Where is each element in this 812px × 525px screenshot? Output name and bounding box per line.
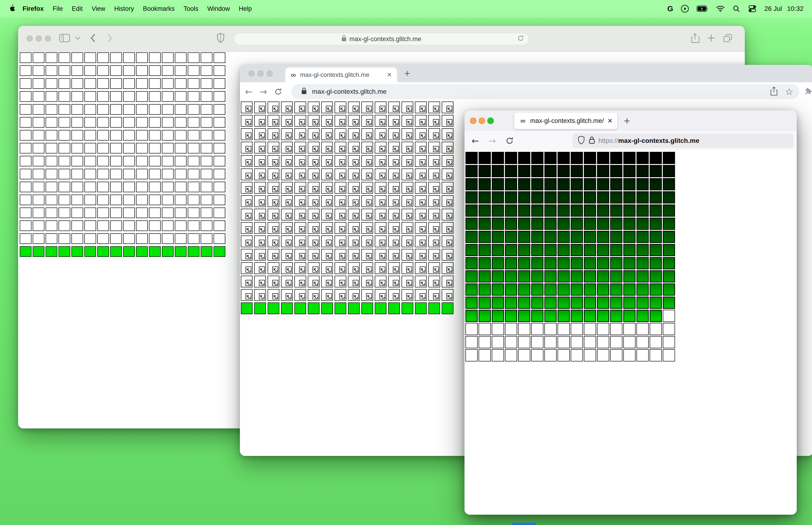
menu-item-help[interactable]: Help <box>234 5 256 13</box>
canvas-cell <box>571 178 583 190</box>
canvas-cell <box>518 217 530 230</box>
menu-app-name[interactable]: Firefox <box>16 5 48 13</box>
canvas-cell <box>123 221 135 231</box>
battery-icon[interactable] <box>696 5 708 12</box>
broken-canvas-icon: × <box>406 106 412 112</box>
safari-traffic-lights[interactable] <box>27 35 51 42</box>
close-window-button[interactable] <box>470 118 476 124</box>
broken-canvas-icon: × <box>353 199 358 206</box>
canvas-cell <box>663 257 675 269</box>
broken-canvas-icon: × <box>380 267 385 273</box>
new-tab-button[interactable]: + <box>624 115 630 127</box>
broken-arc-glyph <box>449 190 451 191</box>
canvas-cell <box>85 234 96 244</box>
control-center-icon[interactable] <box>748 5 757 13</box>
canvas-cell <box>545 283 556 296</box>
canvas-cell <box>637 152 649 164</box>
broken-canvas-icon: × <box>339 226 345 232</box>
canvas-cell <box>136 143 148 153</box>
reload-icon[interactable] <box>517 35 524 44</box>
new-tab-button[interactable]: + <box>404 68 410 79</box>
canvas-cell: × <box>442 115 454 127</box>
minimize-window-button[interactable] <box>36 35 42 42</box>
broken-canvas-icon: × <box>419 186 426 192</box>
chevron-down-icon[interactable] <box>75 36 80 41</box>
broken-canvas-icon: × <box>433 199 439 206</box>
close-window-button[interactable] <box>248 71 255 77</box>
canvas-cell <box>72 104 83 115</box>
wifi-icon[interactable] <box>716 5 725 12</box>
canvas-cell <box>20 221 31 231</box>
close-tab-icon[interactable]: ✕ <box>387 71 392 78</box>
canvas-cell: × <box>348 262 360 274</box>
canvas-cell: × <box>254 115 266 127</box>
menu-item-file[interactable]: File <box>48 5 67 13</box>
menu-item-edit[interactable]: Edit <box>67 5 88 13</box>
broken-arc-glyph <box>328 270 331 272</box>
canvas-cell <box>20 156 31 166</box>
back-button[interactable] <box>90 33 96 44</box>
chrome-traffic-lights[interactable] <box>248 71 273 77</box>
spotlight-search-icon[interactable] <box>732 5 740 13</box>
zoom-window-button[interactable] <box>487 118 494 124</box>
back-button[interactable]: ← <box>245 87 252 97</box>
minimize-window-button[interactable] <box>258 71 264 77</box>
canvas-cell: × <box>241 182 252 194</box>
canvas-cell: × <box>388 249 400 260</box>
lock-icon[interactable] <box>588 136 595 146</box>
menu-item-bookmarks[interactable]: Bookmarks <box>138 5 179 13</box>
canvas-cell: × <box>267 168 279 180</box>
new-tab-plus-icon[interactable] <box>707 34 716 43</box>
reload-icon[interactable] <box>505 137 514 146</box>
canvas-cell <box>85 221 96 231</box>
menu-item-window[interactable]: Window <box>203 5 234 13</box>
forward-button[interactable]: → <box>260 87 267 97</box>
canvas-cell: × <box>294 276 306 287</box>
canvas-cell <box>97 208 109 218</box>
canvas-cell <box>584 323 596 335</box>
chrome-url-field[interactable]: max-gl-contexts.glitch.me <box>291 84 799 99</box>
canvas-cell <box>214 143 225 153</box>
forward-button[interactable]: → <box>489 136 496 146</box>
share-icon[interactable] <box>770 87 778 97</box>
canvas-cell: × <box>254 249 266 260</box>
apple-menu-icon[interactable] <box>9 4 16 14</box>
menu-item-history[interactable]: History <box>110 5 138 13</box>
zoom-window-button[interactable] <box>267 71 273 77</box>
minimize-window-button[interactable] <box>479 118 485 124</box>
chrome-active-tab[interactable]: ∞ max-gl-contexts.glitch.me ✕ <box>285 68 397 82</box>
extensions-puzzle-icon[interactable] <box>804 87 812 96</box>
canvas-cell <box>571 244 583 256</box>
google-status-icon[interactable]: G <box>667 4 673 13</box>
firefox-url-field[interactable]: https://max-gl-contexts.glitch.me <box>572 134 794 148</box>
canvas-cell: × <box>375 289 386 301</box>
privacy-shield-icon[interactable] <box>217 33 225 44</box>
menu-item-view[interactable]: View <box>87 5 110 13</box>
broken-arc-glyph <box>275 243 277 245</box>
safari-url-field[interactable]: max-gl-contexts.glitch.me <box>234 33 528 45</box>
canvas-cell: × <box>428 182 440 194</box>
firefox-traffic-lights[interactable] <box>470 118 494 124</box>
zoom-window-button[interactable] <box>45 35 51 42</box>
tracking-protection-shield-icon[interactable] <box>578 136 585 146</box>
broken-canvas-icon: × <box>433 240 439 246</box>
close-tab-icon[interactable]: ✕ <box>607 117 613 124</box>
broken-arc-glyph <box>449 270 451 272</box>
back-button[interactable]: ← <box>472 136 479 146</box>
play-status-icon[interactable] <box>681 4 689 13</box>
close-window-button[interactable] <box>27 35 33 42</box>
reload-icon[interactable] <box>274 88 282 96</box>
forward-button[interactable] <box>107 33 113 44</box>
canvas-cell <box>650 323 662 335</box>
share-icon[interactable] <box>691 33 700 44</box>
broken-canvas-icon: × <box>326 293 332 299</box>
firefox-active-tab[interactable]: ∞ max-gl-contexts.glitch.me/ ✕ <box>514 112 617 129</box>
bookmark-star-icon[interactable]: ☆ <box>785 86 794 97</box>
canvas-cell <box>110 52 122 63</box>
canvas-cell: × <box>294 262 306 274</box>
sidebar-toggle-icon[interactable] <box>59 34 70 44</box>
tab-overview-icon[interactable] <box>723 33 733 44</box>
broken-arc-glyph <box>449 123 451 124</box>
menu-item-tools[interactable]: Tools <box>179 5 203 13</box>
broken-arc-glyph <box>328 163 331 165</box>
